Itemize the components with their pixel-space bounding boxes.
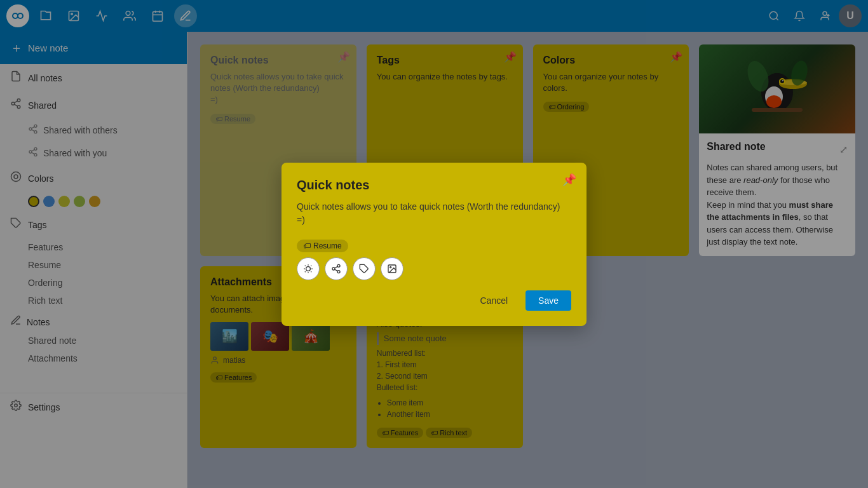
- save-button[interactable]: Save: [526, 290, 571, 311]
- modal-actions: Cancel Save: [297, 290, 571, 311]
- attachment-button[interactable]: [381, 257, 403, 280]
- quick-notes-modal: Quick notes 📌 Quick notes allows you to …: [281, 163, 587, 326]
- cancel-button[interactable]: Cancel: [467, 290, 520, 311]
- modal-body: Quick notes allows you to take quick not…: [297, 200, 571, 227]
- svg-point-54: [390, 266, 391, 268]
- tag-icon: 🏷: [303, 241, 311, 250]
- modal-title: Quick notes: [297, 178, 571, 193]
- share-button[interactable]: [325, 257, 348, 280]
- modal-overlay[interactable]: Quick notes 📌 Quick notes allows you to …: [0, 0, 868, 488]
- svg-line-51: [335, 266, 338, 268]
- svg-point-48: [332, 268, 335, 270]
- modal-toolbar: [297, 257, 571, 280]
- svg-line-50: [335, 269, 338, 271]
- modal-tag-label: Resume: [313, 241, 342, 250]
- svg-point-46: [306, 266, 311, 271]
- tag-button[interactable]: [353, 257, 376, 280]
- modal-tag[interactable]: 🏷 Resume: [297, 240, 348, 252]
- svg-point-47: [337, 264, 340, 267]
- svg-point-49: [337, 270, 340, 273]
- theme-toggle-button[interactable]: [297, 257, 320, 280]
- modal-pin-icon[interactable]: 📌: [562, 173, 576, 187]
